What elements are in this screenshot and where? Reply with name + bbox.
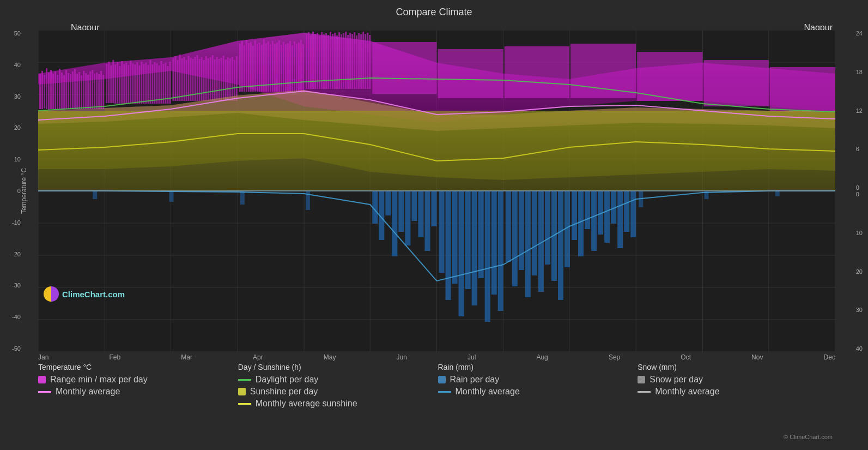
svg-marker-187 — [171, 95, 237, 166]
svg-rect-37 — [63, 75, 65, 109]
svg-rect-99 — [201, 57, 203, 101]
month-may: May — [324, 353, 336, 361]
legend-rain-avg: Monthly average — [438, 387, 636, 397]
svg-rect-110 — [225, 59, 227, 101]
svg-rect-51 — [94, 74, 95, 109]
svg-rect-240 — [240, 191, 245, 205]
svg-rect-113 — [232, 57, 233, 101]
svg-rect-214 — [478, 191, 484, 278]
svg-rect-38 — [65, 70, 67, 109]
chart-title: Compare Climate — [0, 0, 868, 18]
svg-rect-172 — [362, 32, 364, 89]
svg-rect-169 — [356, 35, 357, 89]
svg-rect-42 — [74, 69, 76, 109]
btick-10: 10 — [856, 230, 863, 236]
svg-rect-222 — [532, 191, 537, 275]
svg-rect-63 — [121, 61, 123, 104]
svg-rect-87 — [175, 56, 177, 101]
svg-rect-82 — [162, 64, 164, 104]
tick-n40: -40 — [12, 314, 21, 320]
legend-snow-label: Snow per day — [650, 375, 703, 385]
svg-rect-218 — [506, 191, 511, 262]
legend-rain-bar: Rain per day — [438, 375, 636, 385]
month-jan: Jan — [38, 353, 48, 361]
svg-rect-136 — [283, 42, 284, 92]
svg-marker-189 — [304, 90, 370, 172]
svg-rect-85 — [169, 62, 171, 104]
month-sep: Sep — [609, 353, 620, 361]
svg-rect-205 — [418, 191, 423, 237]
legend-snow-bar: Snow per day — [638, 375, 835, 385]
svg-rect-160 — [336, 35, 338, 89]
temp-axis-label: Temperature °C — [20, 168, 28, 214]
svg-rect-116 — [239, 44, 241, 92]
svg-rect-93 — [188, 56, 190, 101]
legend-snow: Snow (mm) Snow per day Monthly average — [638, 363, 835, 411]
svg-rect-56 — [106, 64, 107, 103]
month-dec: Dec — [824, 353, 835, 361]
main-chart-svg — [38, 30, 835, 352]
month-nov: Nov — [751, 353, 763, 361]
svg-rect-100 — [203, 60, 205, 101]
svg-rect-210 — [452, 191, 458, 284]
month-feb: Feb — [109, 353, 120, 361]
svg-rect-80 — [158, 65, 160, 104]
legend-rain: Rain (mm) Rain per day Monthly average — [438, 363, 636, 411]
legend-temp-title: Temperature °C — [38, 363, 236, 371]
svg-rect-102 — [208, 58, 209, 101]
tick-n10: -10 — [12, 219, 21, 226]
svg-rect-202 — [398, 191, 404, 232]
svg-rect-164 — [345, 32, 347, 89]
svg-rect-69 — [134, 64, 136, 104]
svg-rect-72 — [141, 62, 142, 104]
month-jun: Jun — [397, 353, 407, 361]
svg-rect-233 — [604, 191, 610, 243]
svg-rect-145 — [302, 44, 304, 92]
svg-rect-81 — [160, 61, 162, 104]
svg-rect-182 — [770, 67, 835, 112]
svg-rect-39 — [68, 73, 69, 109]
legend-rain-title: Rain (mm) — [438, 363, 636, 371]
svg-rect-201 — [392, 191, 397, 256]
svg-rect-144 — [300, 40, 302, 92]
svg-rect-230 — [585, 191, 590, 229]
svg-rect-111 — [227, 57, 229, 101]
svg-rect-29 — [46, 68, 47, 109]
svg-rect-229 — [578, 191, 584, 256]
legend-rain-avg-label: Monthly average — [456, 387, 520, 397]
legend-sunshine-title: Day / Sunshine (h) — [238, 363, 436, 371]
svg-rect-106 — [216, 57, 218, 101]
svg-rect-66 — [128, 65, 129, 104]
svg-rect-60 — [114, 64, 116, 104]
btick-40: 40 — [856, 345, 863, 352]
svg-rect-34 — [57, 75, 58, 109]
legend-sunshine-avg-label: Monthly average sunshine — [256, 399, 357, 409]
month-apr: Apr — [253, 353, 263, 361]
svg-rect-217 — [498, 191, 503, 311]
svg-rect-61 — [117, 62, 118, 104]
legend-snow-avg-label: Monthly average — [655, 387, 719, 397]
svg-rect-224 — [545, 191, 550, 265]
legend-daylight: Daylight per day — [238, 375, 436, 385]
legend-temp-range: Range min / max per day — [38, 375, 236, 385]
btick-20: 20 — [856, 268, 863, 275]
svg-rect-203 — [405, 191, 410, 245]
svg-rect-147 — [308, 32, 309, 89]
svg-rect-90 — [181, 58, 183, 101]
svg-rect-180 — [637, 52, 702, 101]
legend-temperature: Temperature °C Range min / max per day M… — [38, 363, 236, 411]
svg-rect-44 — [78, 72, 80, 109]
rtick-24: 24 — [856, 30, 863, 37]
legend-sunshine-avg: Monthly average sunshine — [238, 399, 436, 409]
svg-rect-105 — [214, 59, 216, 101]
month-mar: Mar — [181, 353, 192, 361]
legend-temp-avg: Monthly average — [38, 387, 236, 397]
svg-rect-244 — [775, 191, 780, 196]
legend-daylight-swatch — [238, 379, 251, 381]
svg-rect-40 — [70, 74, 71, 109]
svg-rect-123 — [254, 40, 256, 92]
svg-rect-54 — [100, 71, 102, 109]
svg-rect-27 — [41, 71, 43, 109]
logo-text-bottom: ClimeChart.com — [62, 290, 125, 299]
svg-rect-46 — [83, 71, 84, 109]
